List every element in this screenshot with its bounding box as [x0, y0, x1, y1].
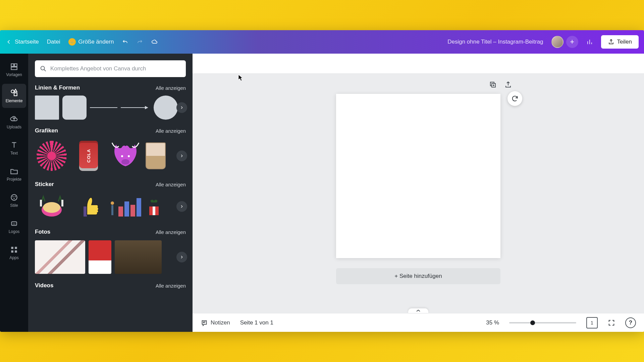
svg-marker-18 [145, 106, 148, 109]
add-page-button[interactable]: + Seite hinzufügen [336, 268, 500, 284]
nav-elements[interactable]: Elemente [2, 84, 26, 108]
category-photos: Fotos Alle anzeigen [35, 229, 186, 275]
search-input[interactable] [50, 65, 181, 72]
svg-marker-5 [14, 89, 17, 92]
photo-thumbnail[interactable] [35, 240, 85, 274]
row-next-button[interactable] [176, 102, 187, 113]
graphic-glass[interactable] [146, 139, 166, 173]
graphic-cola-can[interactable]: COLA [72, 139, 105, 173]
nav-text[interactable]: Text [2, 136, 26, 160]
nav-apps[interactable]: Apps [2, 241, 26, 265]
nav-uploads[interactable]: Uploads [2, 110, 26, 134]
file-menu[interactable]: Datei [47, 39, 60, 45]
redo-icon [137, 39, 143, 45]
nav-label: Elemente [6, 99, 23, 103]
category-title: Grafiken [35, 127, 58, 134]
svg-rect-0 [11, 64, 14, 66]
nav-styles[interactable]: Stile [2, 188, 26, 213]
avatar[interactable] [551, 36, 564, 48]
graphic-bull-head[interactable] [109, 139, 142, 173]
zoom-slider[interactable] [509, 322, 576, 323]
see-all-link[interactable]: Alle anzeigen [156, 85, 186, 91]
logos-icon: co [10, 219, 18, 228]
resize-label: Größe ändern [78, 39, 114, 45]
home-button[interactable]: Startseite [5, 39, 39, 45]
photo-thumbnail[interactable] [115, 240, 162, 274]
undo-button[interactable] [122, 39, 128, 45]
zoom-label: 35 % [486, 319, 499, 326]
zoom-thumb[interactable] [530, 320, 535, 325]
fullscreen-button[interactable] [608, 319, 615, 326]
svg-rect-15 [15, 250, 17, 253]
see-all-link[interactable]: Alle anzeigen [156, 283, 186, 289]
category-sticker: Sticker Alle anzeigen [35, 181, 186, 221]
help-label: ? [629, 319, 632, 326]
svg-point-16 [41, 66, 45, 70]
add-collaborator-button[interactable]: + [566, 36, 578, 48]
svg-text:co: co [13, 222, 15, 225]
shape-arrow[interactable] [121, 106, 148, 110]
add-page-label: + Seite hinzufügen [394, 273, 442, 280]
search-box[interactable] [35, 60, 186, 77]
nav-projects[interactable]: Projekte [2, 162, 26, 186]
category-title: Linien & Formen [35, 84, 80, 91]
page-count-button[interactable]: 1 [586, 317, 598, 328]
app-window: Startseite Datei 👑 Größe ändern Design o… [0, 30, 644, 332]
svg-point-8 [15, 196, 16, 197]
svg-point-9 [13, 198, 14, 199]
shape-square[interactable] [35, 96, 59, 120]
document-title[interactable]: Design ohne Titel – Instagram-Beitrag [447, 39, 543, 45]
duplicate-page-button[interactable] [487, 79, 498, 90]
svg-rect-25 [61, 200, 63, 206]
see-all-link[interactable]: Alle anzeigen [156, 182, 186, 187]
notes-button[interactable]: Notizen [201, 319, 230, 326]
category-lines-shapes: Linien & Formen Alle anzeigen [35, 84, 186, 120]
sticker-gift[interactable] [146, 193, 162, 220]
category-title: Sticker [35, 181, 54, 188]
help-button[interactable]: ? [625, 317, 636, 328]
shape-circle[interactable] [154, 96, 178, 120]
row-next-button[interactable] [176, 252, 187, 262]
graphic-sunburst[interactable] [35, 139, 68, 173]
footer-bar: Notizen Seite 1 von 1 35 % 1 ? [193, 313, 644, 332]
refresh-button[interactable] [507, 91, 522, 106]
chevron-right-icon [179, 105, 184, 110]
nav-templates[interactable]: Vorlagen [2, 58, 26, 82]
redo-button[interactable] [137, 39, 143, 45]
photo-thumbnail[interactable] [89, 240, 111, 274]
templates-icon [10, 62, 18, 71]
chevron-left-icon [5, 39, 12, 45]
svg-rect-1 [14, 64, 17, 66]
insights-button[interactable] [586, 39, 593, 45]
sticker-turkey[interactable] [35, 193, 68, 220]
share-icon [608, 39, 614, 45]
svg-point-26 [111, 201, 114, 205]
crown-icon: 👑 [68, 38, 76, 46]
canvas-viewport[interactable]: + Seite hinzufügen [193, 74, 644, 313]
see-all-link[interactable]: Alle anzeigen [156, 128, 186, 134]
svg-point-23 [43, 202, 60, 213]
shape-rounded-square[interactable] [62, 96, 87, 120]
upload-page-button[interactable] [503, 79, 514, 90]
sticker-bar-chart[interactable] [109, 193, 142, 220]
cloud-sync-button[interactable] [151, 39, 158, 45]
topbar-left: Startseite Datei 👑 Größe ändern [5, 38, 158, 46]
nav-label: Apps [9, 255, 18, 260]
nav-label: Vorlagen [6, 72, 22, 77]
resize-button[interactable]: 👑 Größe ändern [68, 38, 114, 46]
share-button[interactable]: Teilen [601, 35, 639, 49]
page-indicator: Seite 1 von 1 [240, 319, 273, 326]
elements-panel: Linien & Formen Alle anzeigen Gr [28, 54, 193, 332]
timeline-peek-button[interactable] [408, 308, 428, 313]
row-next-button[interactable] [176, 201, 187, 212]
shape-line[interactable] [90, 107, 117, 108]
collaborators: + [551, 36, 578, 48]
see-all-link[interactable]: Alle anzeigen [156, 229, 186, 235]
row-next-button[interactable] [176, 150, 187, 161]
sticker-thumbs-up[interactable] [72, 193, 105, 220]
nav-logos[interactable]: co Logos [2, 215, 26, 239]
nav-label: Uploads [7, 125, 21, 129]
canvas-page[interactable] [336, 94, 500, 258]
svg-point-19 [121, 155, 123, 157]
svg-rect-13 [15, 247, 17, 249]
